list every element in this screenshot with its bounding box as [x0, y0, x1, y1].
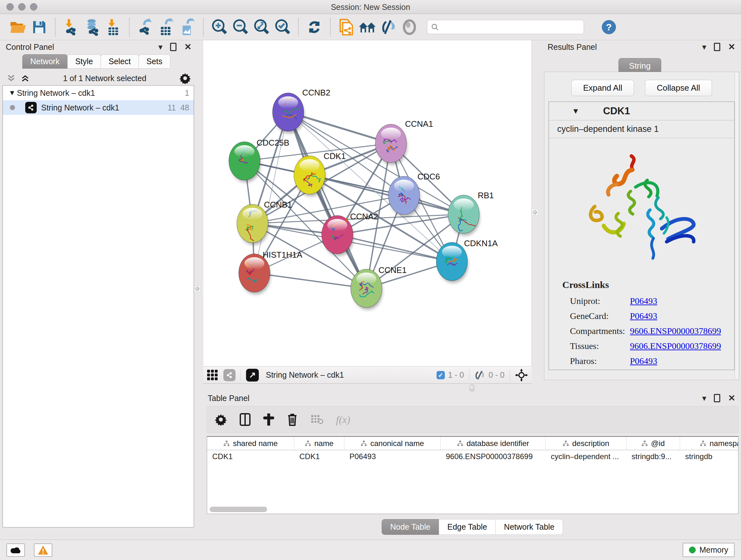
export-image-button[interactable]: [179, 18, 196, 36]
table-row[interactable]: CDK1CDK1P064939606.ENSP00000378699cyclin…: [207, 450, 738, 463]
crosslink-link[interactable]: P06493: [630, 296, 657, 306]
table-cell[interactable]: stringdb:9...: [626, 450, 680, 463]
node-CCNA1[interactable]: CCNA1: [375, 119, 433, 165]
panel-float-icon[interactable]: [714, 394, 720, 402]
tab-select[interactable]: Select: [100, 54, 138, 69]
zoom-selected-button[interactable]: [273, 18, 291, 36]
tab-style[interactable]: Style: [67, 54, 101, 69]
entry-header[interactable]: ▼ CDK1: [549, 102, 734, 120]
add-column-icon[interactable]: [240, 413, 251, 426]
table-hscrollbar[interactable]: [210, 507, 267, 512]
node-CCNE1[interactable]: CCNE1: [351, 265, 407, 310]
node-HIST1H1A[interactable]: HIST1H1A: [239, 250, 302, 295]
expand-all-icon[interactable]: [20, 74, 30, 82]
node-CDC6[interactable]: CDC6: [388, 172, 440, 217]
column-header[interactable]: namespace: [680, 437, 738, 450]
close-window-icon[interactable]: [6, 3, 14, 10]
gear-icon[interactable]: [179, 72, 191, 84]
import-network-file-button[interactable]: [62, 18, 80, 36]
delete-icon[interactable]: [287, 413, 298, 426]
network-row[interactable]: String Network – cdk1 11 48: [3, 100, 194, 115]
zoom-fit-button[interactable]: [253, 18, 270, 36]
export-network-button[interactable]: [136, 18, 154, 36]
delete-table-icon[interactable]: [311, 415, 323, 425]
first-neighbors-button[interactable]: [337, 18, 355, 36]
tab-node-table[interactable]: Node Table: [382, 519, 439, 535]
panel-menu-icon[interactable]: [702, 393, 706, 403]
open-session-button[interactable]: [9, 18, 27, 36]
tab-network[interactable]: Network: [22, 54, 68, 69]
function-builder-icon[interactable]: f(x): [336, 414, 350, 426]
table-cell[interactable]: 9606.ENSP00000378699: [441, 450, 546, 463]
network-collection-row[interactable]: ▼ String Network – cdk1 1: [3, 85, 194, 100]
birdseye-icon[interactable]: [515, 369, 528, 381]
zoom-in-button[interactable]: [210, 18, 228, 36]
node-CCNA2[interactable]: CCNA2: [322, 212, 378, 256]
node-CDKN1A[interactable]: CDKN1A: [436, 239, 498, 283]
node-RB1[interactable]: RB1: [448, 191, 494, 236]
crosslink-link[interactable]: P06493: [630, 356, 657, 366]
results-scrollbar[interactable]: [735, 72, 739, 380]
import-network-database-button[interactable]: [83, 18, 101, 36]
help-button[interactable]: [602, 20, 616, 34]
entry-expand-icon[interactable]: ▼: [572, 107, 580, 116]
memory-button[interactable]: Memory: [683, 543, 735, 557]
search-field[interactable]: [427, 20, 584, 34]
tab-sets[interactable]: Sets: [138, 54, 171, 69]
right-splitter[interactable]: [532, 40, 539, 391]
expand-all-button[interactable]: Expand All: [571, 80, 634, 96]
edge-CCNB2-CCNE1[interactable]: [288, 112, 366, 288]
right-splitter-handle[interactable]: [532, 209, 538, 215]
left-splitter-handle[interactable]: [194, 286, 200, 292]
tab-network-table[interactable]: Network Table: [495, 519, 563, 535]
selected-checkbox-icon[interactable]: [436, 371, 445, 379]
collapse-all-button[interactable]: Collapse All: [645, 80, 712, 96]
panel-menu-icon[interactable]: [702, 42, 706, 52]
tab-string[interactable]: String: [618, 58, 661, 74]
show-all-button[interactable]: [401, 18, 418, 36]
panel-close-icon[interactable]: [728, 393, 735, 403]
panel-close-icon[interactable]: [184, 42, 192, 52]
column-header[interactable]: name: [294, 437, 344, 450]
edge-HIST1H1A-CCNE1[interactable]: [254, 273, 366, 288]
tree-expand-icon[interactable]: ▼: [7, 89, 17, 97]
hidden-eye-icon[interactable]: [475, 370, 485, 380]
houses-button[interactable]: [358, 18, 376, 36]
crosslink-link[interactable]: 9606.ENSP00000378699: [630, 326, 721, 336]
grid-view-icon[interactable]: [207, 370, 218, 380]
export-table-button[interactable]: [157, 18, 175, 36]
panel-close-icon[interactable]: [728, 42, 735, 52]
table-cell[interactable]: cyclin–dependent ...: [546, 450, 626, 463]
table-cell[interactable]: CDK1: [294, 450, 344, 463]
panel-float-icon[interactable]: [714, 43, 720, 51]
edge-CCNB2-HIST1H1A[interactable]: [254, 112, 288, 273]
column-header[interactable]: @id: [626, 437, 680, 450]
table-cell[interactable]: CDK1: [207, 450, 294, 463]
search-input[interactable]: [439, 23, 580, 32]
zoom-window-icon[interactable]: [30, 3, 37, 10]
column-header[interactable]: description: [546, 437, 626, 450]
table-cell[interactable]: stringdb: [680, 450, 738, 463]
column-header[interactable]: canonical name: [344, 437, 441, 450]
panel-menu-icon[interactable]: [158, 42, 162, 52]
column-header[interactable]: database identifier: [441, 437, 546, 450]
refresh-button[interactable]: [306, 18, 323, 36]
import-table-file-button[interactable]: [105, 18, 122, 36]
minimize-window-icon[interactable]: [18, 3, 25, 10]
crosslink-link[interactable]: 9606.ENSP00000378699: [630, 341, 721, 351]
crosslink-link[interactable]: P06493: [630, 311, 657, 321]
table-gear-icon[interactable]: [215, 414, 227, 426]
tab-edge-table[interactable]: Edge Table: [439, 519, 496, 535]
hide-eye-button[interactable]: [380, 18, 397, 36]
network-canvas[interactable]: CCNB2CCNA1CDC25BCDK1CDC6RB1CCNB1CCNA2CDK…: [203, 40, 532, 366]
warning-button[interactable]: [34, 543, 52, 557]
add-row-icon[interactable]: [263, 414, 274, 426]
zoom-out-button[interactable]: [231, 18, 249, 36]
save-session-button[interactable]: [30, 18, 48, 36]
column-header[interactable]: shared name: [207, 437, 294, 450]
table-cell[interactable]: P06493: [344, 450, 441, 463]
node-CCNB2[interactable]: CCNB2: [273, 88, 330, 134]
share-view-icon[interactable]: [223, 369, 235, 381]
cloud-button[interactable]: [6, 543, 25, 557]
edge-CCNA2-CDKN1A[interactable]: [337, 235, 452, 261]
